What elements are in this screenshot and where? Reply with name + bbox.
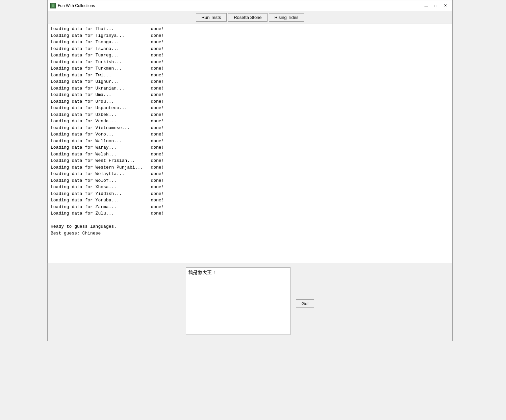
window-title: Fun With Collections	[58, 3, 95, 8]
output-area[interactable]: Loading data for Thai... done! Loading d…	[48, 24, 452, 263]
title-bar: Fun With Collections — □ ✕	[48, 0, 452, 11]
minimize-button[interactable]: —	[422, 2, 431, 9]
app-icon	[50, 3, 56, 8]
svg-rect-1	[52, 4, 54, 7]
toolbar: Run Tests Rosetta Stone Rising Tides	[48, 11, 452, 24]
rosetta-stone-button[interactable]: Rosetta Stone	[228, 13, 267, 22]
run-tests-button[interactable]: Run Tests	[196, 13, 227, 22]
bottom-section: Go!	[48, 263, 452, 341]
language-input[interactable]	[186, 267, 290, 335]
close-button[interactable]: ✕	[441, 2, 450, 9]
go-button[interactable]: Go!	[296, 299, 314, 308]
output-text: Loading data for Thai... done! Loading d…	[51, 26, 449, 237]
rising-tides-button[interactable]: Rising Tides	[269, 13, 304, 22]
maximize-button[interactable]: □	[431, 2, 440, 9]
title-bar-left: Fun With Collections	[50, 3, 95, 8]
main-window: Fun With Collections — □ ✕ Run Tests Ros…	[47, 0, 453, 341]
title-bar-controls: — □ ✕	[422, 2, 450, 9]
